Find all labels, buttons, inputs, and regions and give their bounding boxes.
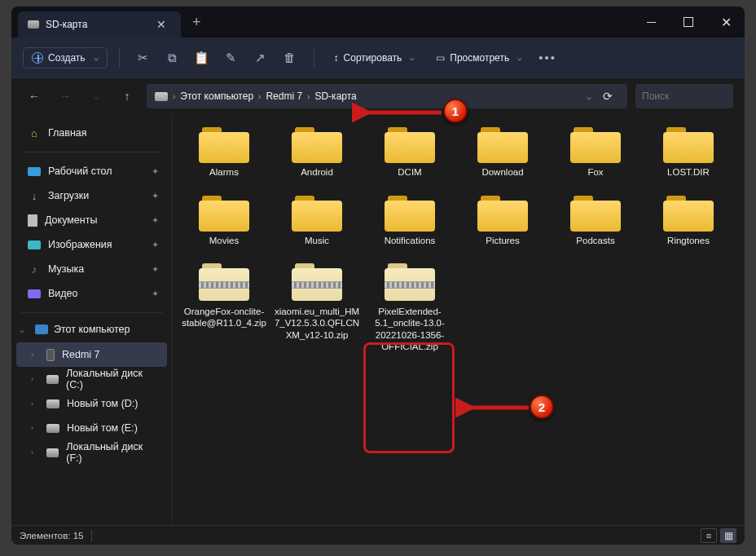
sidebar-label: Музыка	[48, 263, 84, 275]
chevron-down-icon[interactable]: ⌵	[587, 92, 591, 101]
up-button[interactable]: ↑	[116, 85, 138, 108]
chevron-right-icon: ›	[173, 92, 175, 101]
chevron-right-icon: ›	[307, 92, 310, 101]
folder-item[interactable]: DCIM	[367, 124, 453, 178]
view-button[interactable]: ▭ Просмотреть ⌵	[428, 48, 530, 68]
close-button[interactable]: ✕	[707, 7, 745, 38]
separator	[21, 152, 162, 152]
sort-button[interactable]: ↕ Сортировать ⌵	[326, 48, 424, 68]
file-name: Ringtones	[667, 235, 710, 246]
sidebar-label: Локальный диск (C:)	[66, 368, 159, 391]
folder-icon	[292, 192, 342, 232]
file-name: Download	[481, 166, 523, 178]
chevron-down-icon: ⌵	[410, 53, 415, 62]
folder-item[interactable]: Music	[274, 192, 360, 246]
share-icon[interactable]: ↗	[248, 46, 273, 70]
chevron-right-icon: ›	[31, 424, 39, 432]
paste-icon[interactable]: 📋	[190, 46, 214, 70]
view-icon: ▭	[436, 52, 445, 64]
cut-icon[interactable]: ✂	[131, 46, 156, 70]
breadcrumb-segment[interactable]: Redmi 7	[266, 90, 302, 102]
tab-close-icon[interactable]: ✕	[152, 16, 171, 33]
folder-item[interactable]: Android	[274, 124, 360, 178]
title-bar: SD-карта ✕ + ✕	[11, 7, 745, 38]
sidebar-quick-item[interactable]: Документы✦	[16, 208, 167, 232]
back-button[interactable]: ←	[23, 85, 46, 108]
drive-icon	[28, 20, 39, 29]
new-tab-button[interactable]: +	[181, 11, 213, 34]
sidebar-quick-item[interactable]: ↓Загрузки✦	[16, 183, 167, 208]
view-details-button[interactable]: ≡	[701, 528, 717, 543]
drive-icon	[46, 424, 59, 433]
copy-icon[interactable]: ⧉	[160, 46, 185, 70]
music-icon: ♪	[28, 263, 41, 276]
folder-item[interactable]: Notifications	[367, 192, 453, 246]
pin-icon: ✦	[152, 191, 159, 201]
file-grid[interactable]: AlarmsAndroidDCIMDownloadFoxLOST.DIRMovi…	[173, 114, 745, 525]
phone-icon	[46, 349, 55, 361]
sidebar-quick-item[interactable]: Изображения✦	[16, 232, 167, 257]
maximize-button[interactable]	[670, 7, 707, 38]
more-button[interactable]: •••	[535, 46, 560, 70]
folder-item[interactable]: Podcasts	[552, 192, 639, 246]
folder-item[interactable]: Download	[459, 124, 546, 178]
folder-item[interactable]: Pictures	[459, 192, 546, 246]
sidebar-quick-item[interactable]: ♪Музыка✦	[16, 257, 167, 281]
zip-item[interactable]: OrangeFox-onclite-stable@R11.0_4.zip	[181, 262, 267, 351]
zip-item[interactable]: xiaomi.eu_multi_HM7_V12.5.3.0.QFLCNXM_v1…	[274, 262, 360, 351]
sidebar-device-item[interactable]: ›Новый том (E:)	[16, 416, 167, 440]
search-input[interactable]	[642, 90, 745, 102]
drive-icon	[46, 375, 59, 384]
view-toggle-group: ≡ ▦	[701, 528, 736, 543]
folder-item[interactable]: LOST.DIR	[645, 124, 732, 178]
folder-item[interactable]: Fox	[552, 124, 639, 178]
folder-icon	[477, 124, 528, 163]
file-name: Pictures	[486, 235, 520, 246]
file-name: PixelExtended-5.1_onclite-13.0-20221026-…	[367, 306, 453, 351]
separator	[314, 48, 314, 68]
minimize-button[interactable]	[632, 7, 670, 38]
refresh-button[interactable]: ⟳	[596, 90, 619, 103]
search-box[interactable]: ⌕	[635, 84, 733, 108]
folder-icon	[570, 192, 621, 232]
zip-icon	[385, 262, 435, 302]
tab-active[interactable]: SD-карта ✕	[18, 11, 181, 38]
pictures-icon	[28, 240, 41, 249]
sidebar-device-item[interactable]: ›Новый том (D:)	[16, 391, 167, 416]
folder-icon	[199, 124, 249, 163]
sidebar-this-pc[interactable]: ⌵ Этот компьютер	[16, 320, 167, 339]
sidebar-device-item[interactable]: ›Локальный диск (C:)	[16, 367, 167, 391]
sidebar-home[interactable]: ⌂ Главная	[16, 121, 167, 145]
recent-button[interactable]: ⌵	[85, 85, 108, 108]
breadcrumb-segment[interactable]: SD-карта	[314, 90, 356, 102]
create-button[interactable]: Создать ⌵	[23, 47, 108, 68]
file-name: Notifications	[385, 235, 436, 246]
folder-icon	[292, 124, 342, 163]
file-name: Podcasts	[576, 235, 614, 246]
file-name: OrangeFox-onclite-stable@R11.0_4.zip	[181, 306, 267, 329]
address-bar[interactable]: › Этот компьютер › Redmi 7 › SD-карта ⌵ …	[147, 84, 627, 108]
folder-item[interactable]: Alarms	[181, 124, 267, 178]
video-icon	[28, 289, 41, 298]
sidebar-device-item[interactable]: ›Локальный диск (F:)	[16, 440, 167, 465]
sidebar-label: Локальный диск (F:)	[66, 441, 159, 464]
folder-item[interactable]: Movies	[181, 192, 267, 246]
folder-item[interactable]: Ringtones	[645, 192, 732, 246]
view-icons-button[interactable]: ▦	[720, 528, 736, 543]
forward-button[interactable]: →	[54, 85, 77, 108]
sidebar-label: Redmi 7	[62, 349, 100, 360]
home-icon: ⌂	[28, 126, 41, 139]
zip-icon	[292, 262, 342, 302]
folder-icon	[477, 192, 528, 232]
file-name: Music	[305, 235, 329, 246]
sidebar-label: Этот компьютер	[54, 324, 130, 335]
delete-icon[interactable]: 🗑	[278, 46, 302, 70]
sidebar-label: Главная	[48, 127, 87, 139]
sidebar-quick-item[interactable]: Видео✦	[16, 281, 167, 306]
breadcrumb-segment[interactable]: Этот компьютер	[180, 90, 253, 102]
sidebar-quick-item[interactable]: Рабочий стол✦	[16, 159, 167, 183]
folder-icon	[385, 192, 435, 232]
zip-item[interactable]: PixelExtended-5.1_onclite-13.0-20221026-…	[367, 262, 453, 351]
sidebar-device-item[interactable]: ›Redmi 7	[16, 342, 167, 367]
rename-icon[interactable]: ✎	[219, 46, 244, 70]
